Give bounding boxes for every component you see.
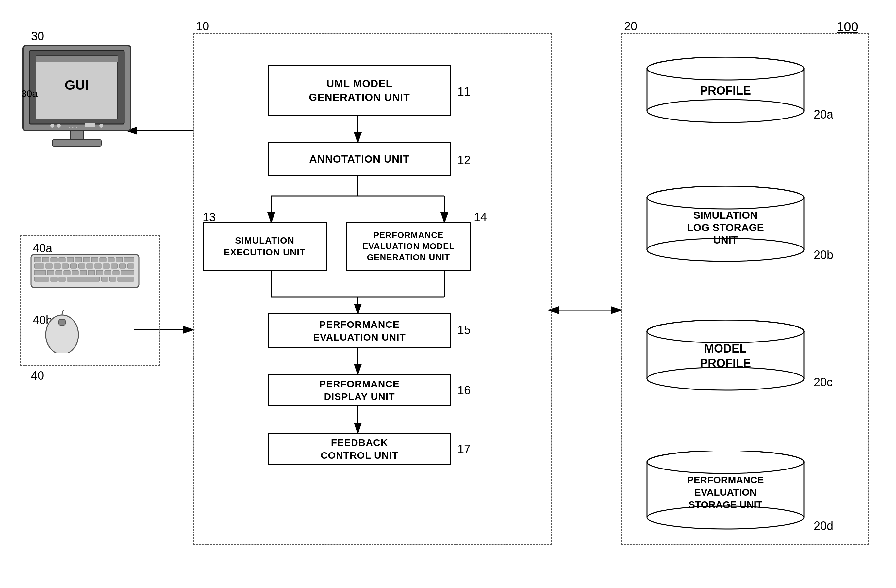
svg-rect-51 <box>62 264 69 268</box>
svg-rect-42 <box>83 257 90 262</box>
svg-rect-58 <box>119 264 126 268</box>
svg-rect-73 <box>59 277 66 281</box>
svg-rect-45 <box>108 257 114 262</box>
svg-rect-67 <box>96 270 103 275</box>
svg-rect-44 <box>100 257 106 262</box>
svg-rect-57 <box>111 264 117 268</box>
svg-rect-48 <box>34 264 44 268</box>
ref-100: 100 <box>837 20 858 34</box>
perf-eval-model-gen-unit: PERFORMANCE EVALUATION MODEL GENERATION … <box>346 222 471 271</box>
feedback-control-unit: FEEDBACK CONTROL UNIT <box>268 433 451 465</box>
svg-rect-39 <box>59 257 66 262</box>
svg-rect-69 <box>113 270 119 275</box>
feedback-label: FEEDBACK CONTROL UNIT <box>320 436 398 462</box>
svg-rect-63 <box>64 270 70 275</box>
svg-rect-49 <box>46 264 52 268</box>
sim-log-db: SIMULATION LOG STORAGE UNIT <box>644 186 807 268</box>
annotation-unit: ANNOTATION UNIT <box>268 142 451 176</box>
svg-rect-61 <box>47 270 54 275</box>
svg-rect-65 <box>80 270 87 275</box>
svg-rect-50 <box>54 264 61 268</box>
svg-text:PERFORMANCE: PERFORMANCE <box>687 474 763 485</box>
ref-30: 30 <box>31 29 44 43</box>
perf-eval-model-label: PERFORMANCE EVALUATION MODEL GENERATION … <box>363 230 454 263</box>
svg-text:GUI: GUI <box>65 77 89 93</box>
svg-text:MODEL: MODEL <box>704 342 747 355</box>
svg-rect-43 <box>91 257 98 262</box>
model-profile-db: MODEL PROFILE <box>644 320 807 395</box>
svg-rect-60 <box>34 270 46 275</box>
svg-rect-27 <box>36 56 117 62</box>
svg-rect-54 <box>87 264 93 268</box>
svg-rect-71 <box>34 277 49 281</box>
ref-17: 17 <box>457 442 471 456</box>
ref-20a: 20a <box>814 108 833 122</box>
svg-point-86 <box>647 100 804 122</box>
svg-rect-77 <box>117 277 134 281</box>
profile-cylinder-svg: PROFILE <box>644 57 807 129</box>
svg-text:UNIT: UNIT <box>713 234 738 246</box>
ref-15: 15 <box>457 323 471 337</box>
svg-rect-62 <box>56 270 62 275</box>
perf-display-label: PERFORMANCE DISPLAY UNIT <box>319 377 400 403</box>
svg-point-34 <box>99 124 103 128</box>
svg-rect-55 <box>95 264 101 268</box>
svg-text:PROFILE: PROFILE <box>700 357 751 370</box>
ref-20d: 20d <box>814 519 833 533</box>
svg-rect-28 <box>70 131 83 140</box>
svg-rect-47 <box>124 257 134 262</box>
svg-rect-56 <box>103 264 110 268</box>
perf-eval-storage-cylinder-svg: PERFORMANCE EVALUATION STORAGE UNIT <box>644 451 807 535</box>
svg-rect-64 <box>72 270 78 275</box>
svg-rect-66 <box>88 270 95 275</box>
keyboard-svg <box>29 248 144 290</box>
annotation-label: ANNOTATION UNIT <box>309 152 410 166</box>
perf-eval-unit: PERFORMANCE EVALUATION UNIT <box>268 313 451 348</box>
ref-13: 13 <box>203 211 216 224</box>
perf-eval-label: PERFORMANCE EVALUATION UNIT <box>313 318 406 343</box>
ref-10: 10 <box>196 20 209 33</box>
mouse-svg <box>38 310 87 352</box>
svg-rect-68 <box>105 270 111 275</box>
ref-20c: 20c <box>814 375 833 389</box>
ref-16: 16 <box>457 384 471 397</box>
svg-point-102 <box>647 367 804 390</box>
svg-rect-36 <box>34 257 41 262</box>
monitor-svg: GUI ...... <box>20 43 140 153</box>
sim-log-cylinder-svg: SIMULATION LOG STORAGE UNIT <box>644 186 807 268</box>
svg-text:PROFILE: PROFILE <box>700 84 751 97</box>
svg-point-31 <box>57 124 61 128</box>
svg-rect-29 <box>52 140 101 146</box>
svg-text:......: ...... <box>69 123 78 129</box>
simulation-exec-unit: SIMULATION EXECUTION UNIT <box>203 222 327 271</box>
perf-eval-storage-db: PERFORMANCE EVALUATION STORAGE UNIT <box>644 451 807 535</box>
svg-rect-70 <box>121 270 134 275</box>
svg-text:STORAGE UNIT: STORAGE UNIT <box>689 499 762 510</box>
svg-text:SIMULATION: SIMULATION <box>693 209 758 221</box>
ref-40: 40 <box>31 369 44 383</box>
svg-rect-40 <box>67 257 73 262</box>
svg-rect-59 <box>128 264 134 268</box>
model-profile-cylinder-svg: MODEL PROFILE <box>644 320 807 395</box>
svg-text:LOG STORAGE: LOG STORAGE <box>687 222 764 234</box>
svg-rect-75 <box>101 277 108 281</box>
svg-rect-81 <box>59 319 66 325</box>
uml-model-label: UML MODEL GENERATION UNIT <box>309 77 410 104</box>
ref-12: 12 <box>457 153 471 167</box>
svg-rect-52 <box>70 264 77 268</box>
ref-20b: 20b <box>814 248 833 262</box>
svg-text:EVALUATION: EVALUATION <box>694 487 757 498</box>
svg-rect-76 <box>110 277 116 281</box>
perf-display-unit: PERFORMANCE DISPLAY UNIT <box>268 374 451 406</box>
ref-30a: 30a <box>21 88 38 99</box>
svg-rect-53 <box>78 264 85 268</box>
ref-11: 11 <box>457 85 471 99</box>
svg-rect-33 <box>85 123 95 127</box>
profile-db: PROFILE <box>644 57 807 129</box>
svg-rect-38 <box>51 257 57 262</box>
ref-20: 20 <box>624 20 637 33</box>
svg-rect-37 <box>43 257 49 262</box>
svg-rect-74 <box>67 277 100 281</box>
sim-exec-label: SIMULATION EXECUTION UNIT <box>224 235 306 258</box>
svg-rect-41 <box>75 257 82 262</box>
